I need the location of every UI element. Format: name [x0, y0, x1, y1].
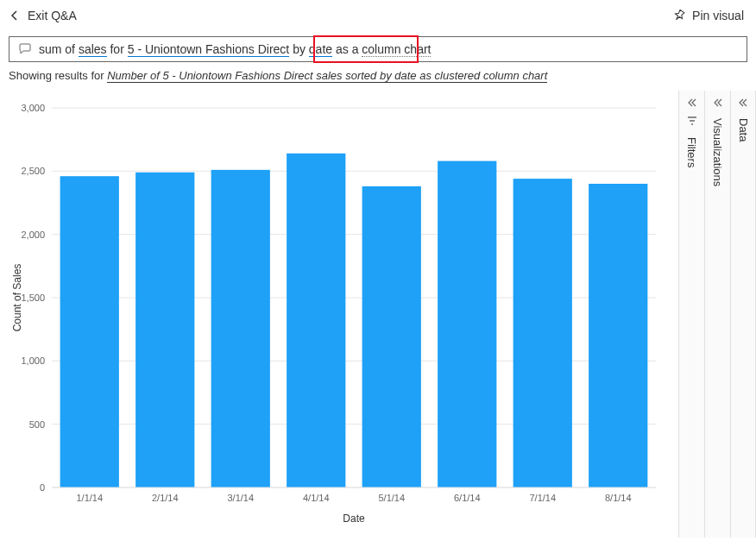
chevron-left-icon	[9, 9, 21, 22]
side-panes: Filters Visualizations Data	[678, 91, 756, 538]
visualizations-pane-label: Visualizations	[711, 118, 724, 186]
svg-text:Count of Sales: Count of Sales	[11, 264, 23, 332]
svg-text:1/1/14: 1/1/14	[76, 493, 103, 503]
exit-qa-label: Exit Q&A	[28, 9, 77, 22]
svg-text:7/1/14: 7/1/14	[529, 493, 556, 503]
main-area: 05001,0001,5002,0002,5003,0001/1/142/1/1…	[0, 91, 756, 538]
svg-text:1,500: 1,500	[21, 292, 45, 303]
svg-text:3/1/14: 3/1/14	[227, 493, 254, 503]
chevron-collapse-icon	[712, 97, 724, 108]
pin-visual-button[interactable]: Pin visual	[673, 9, 744, 22]
pin-visual-label: Pin visual	[692, 9, 744, 22]
svg-text:4/1/14: 4/1/14	[303, 493, 330, 503]
data-pane-toggle[interactable]: Data	[730, 91, 756, 538]
bar[interactable]	[60, 176, 119, 487]
filters-pane-toggle[interactable]: Filters	[678, 91, 704, 538]
top-toolbar: Exit Q&A Pin visual	[0, 0, 756, 31]
svg-text:500: 500	[29, 419, 45, 430]
chevron-collapse-icon	[686, 97, 698, 108]
bar[interactable]	[438, 161, 496, 487]
qa-query-text: sum of sales for 5 - Uniontown Fashions …	[39, 42, 431, 56]
chart-region: 05001,0001,5002,0002,5003,0001/1/142/1/1…	[0, 91, 678, 538]
bar[interactable]	[513, 179, 572, 487]
bar[interactable]	[135, 173, 194, 487]
pin-icon	[673, 9, 685, 22]
bar[interactable]	[589, 184, 647, 487]
bar[interactable]	[211, 170, 270, 487]
bar[interactable]	[287, 154, 345, 487]
visualizations-pane-toggle[interactable]: Visualizations	[704, 91, 730, 538]
svg-text:2,500: 2,500	[21, 166, 45, 176]
filters-icon	[686, 115, 698, 127]
svg-text:1,000: 1,000	[21, 355, 45, 366]
svg-text:2,000: 2,000	[21, 229, 45, 240]
svg-text:2/1/14: 2/1/14	[152, 493, 179, 503]
column-chart[interactable]: 05001,0001,5002,0002,5003,0001/1/142/1/1…	[9, 99, 673, 531]
svg-text:Date: Date	[343, 512, 365, 525]
filters-pane-label: Filters	[685, 137, 698, 167]
svg-text:3,000: 3,000	[21, 103, 45, 113]
exit-qa-button[interactable]: Exit Q&A	[9, 9, 77, 22]
svg-text:6/1/14: 6/1/14	[454, 493, 481, 503]
svg-text:0: 0	[40, 482, 45, 493]
bar[interactable]	[362, 186, 421, 487]
data-pane-label: Data	[737, 118, 750, 141]
qa-query-input[interactable]: sum of sales for 5 - Uniontown Fashions …	[9, 36, 747, 62]
qa-bubble-icon	[18, 42, 32, 56]
svg-text:5/1/14: 5/1/14	[378, 493, 405, 503]
result-caption: Showing results for Number of 5 - Uniont…	[9, 69, 747, 82]
chevron-collapse-icon	[737, 97, 749, 108]
svg-text:8/1/14: 8/1/14	[605, 493, 632, 503]
